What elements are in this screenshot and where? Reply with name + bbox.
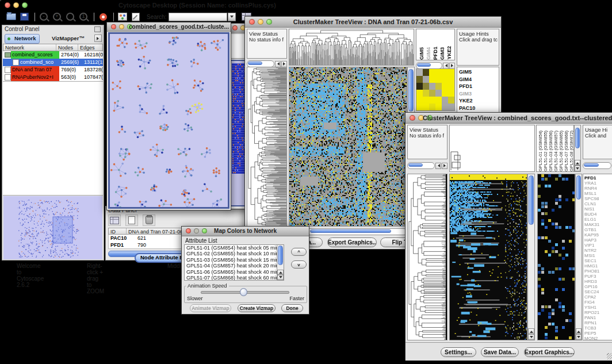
gene-label[interactable]: MSI1: [583, 253, 612, 258]
gene-label[interactable]: YSH1: [583, 305, 612, 310]
array-label[interactable]: PFD1: [433, 47, 438, 60]
tv1-button-1[interactable]: Export Graphics...: [327, 237, 377, 247]
attribute-list-item[interactable]: GPL51-04 (GSM857) heat shock 20 min: [185, 263, 277, 269]
move-up-button[interactable]: ^: [291, 248, 307, 256]
attribute-list-item[interactable]: GPL51-03 (GSM856) heat shock 15 min: [185, 257, 277, 263]
zoom-in-icon[interactable]: +: [51, 12, 63, 22]
gene-label[interactable]: HRD3: [583, 279, 612, 284]
gene-label[interactable]: PFD1: [583, 175, 612, 181]
array-label[interactable]: GPL51-01 (GSM854): [538, 131, 543, 171]
network-titlebar[interactable]: combined_scores_good.txt--cluste...: [107, 22, 231, 32]
gene-label[interactable]: SEC24: [583, 289, 612, 294]
array-label[interactable]: GPL51-08 (GSM872): [569, 131, 574, 171]
dialog-titlebar[interactable]: Map Colors to Network: [182, 227, 309, 236]
treeview1-titlebar[interactable]: ClusterMaker TreeView : DNA and Tran 07-…: [245, 17, 501, 28]
gene-label[interactable]: PHO81: [583, 269, 612, 274]
data-table-header[interactable]: ID DNA and Tran 07-21-06: [108, 228, 185, 235]
network-table-header[interactable]: Network Nodes Edges: [3, 44, 103, 51]
animate-vizmap-button[interactable]: Animate Vizmap: [190, 304, 231, 312]
network-row[interactable]: combined_sco2569(6)13112(15): [3, 59, 103, 66]
gene-label[interactable]: KAP95: [583, 232, 612, 237]
attribute-list-item[interactable]: GPL51-02 (GSM855) heat shock 10 min: [185, 251, 277, 256]
array-label[interactable]: GPL51-02 (GSM855): [543, 131, 548, 171]
array-label[interactable]: GIM3: [439, 47, 445, 60]
tv2-status-scrollbar[interactable]: [407, 162, 447, 169]
close-icon[interactable]: [5, 2, 10, 8]
minimize-icon[interactable]: [119, 24, 124, 29]
array-label[interactable]: YKE2: [446, 46, 452, 60]
network-row[interactable]: combined_scores2764(0)16218(0): [3, 51, 103, 59]
zoom-out-icon[interactable]: -: [38, 12, 49, 22]
array-label[interactable]: GIM4: [426, 47, 431, 60]
tab-vizmapper[interactable]: VizMapper™: [52, 34, 85, 43]
table-row[interactable]: PFD1790: [109, 242, 186, 248]
gene-label[interactable]: PUF3: [583, 274, 612, 279]
gene-label[interactable]: RPN1: [583, 320, 612, 325]
resize-grip[interactable]: [607, 353, 612, 359]
gene-label[interactable]: YRA1: [583, 181, 612, 186]
move-down-button[interactable]: v: [291, 260, 307, 269]
gene-label[interactable]: MON2: [583, 336, 612, 340]
close-icon[interactable]: [249, 19, 255, 25]
gene-label[interactable]: RNR4: [583, 186, 612, 191]
gene-label[interactable]: GIM4: [459, 76, 499, 83]
gene-label[interactable]: CPA2: [583, 294, 612, 300]
tab-network[interactable]: Network: [5, 34, 40, 44]
tv2-heatmap-vscrollbar[interactable]: [527, 174, 535, 340]
gene-label[interactable]: NIS1: [583, 206, 612, 212]
attribute-list-item[interactable]: GPL51-06 (GSM865) heat shock 40 min: [185, 269, 277, 275]
tv2-labels-vscrollbar[interactable]: [574, 125, 581, 172]
gene-label[interactable]: VIP1: [583, 243, 612, 248]
delete-attribute-icon[interactable]: [143, 214, 155, 226]
create-vizmap-button[interactable]: Create Vizmap: [238, 304, 276, 312]
gene-label[interactable]: BUD4: [583, 212, 612, 217]
gene-label[interactable]: RPO21: [583, 310, 612, 315]
gene-label[interactable]: GTB1: [583, 227, 612, 232]
gene-label[interactable]: PAN1: [583, 315, 612, 320]
attribute-list-item[interactable]: GPL51-01 (GSM854) heat shock 05 min: [185, 245, 277, 251]
gene-label[interactable]: CLN1: [583, 201, 612, 206]
network-palette-icon[interactable]: [117, 12, 128, 22]
tv2-zoom-heatmap[interactable]: [537, 174, 575, 340]
float-panel-icon[interactable]: [94, 26, 101, 32]
zoom-window-icon[interactable]: [202, 228, 207, 233]
gene-label[interactable]: GIM5: [459, 68, 499, 76]
minimize-icon[interactable]: [194, 228, 199, 233]
gene-label[interactable]: HMG1: [583, 263, 612, 269]
minimize-icon[interactable]: [13, 2, 19, 8]
tv2-button-1[interactable]: Save Data...: [481, 347, 519, 357]
gene-label[interactable]: SEC1: [583, 258, 612, 263]
gene-label[interactable]: GPI16: [583, 284, 612, 289]
gene-label[interactable]: PFD1: [459, 83, 499, 90]
tv2-hints-scrollbar[interactable]: [583, 162, 611, 169]
array-label[interactable]: GIM5: [419, 47, 424, 60]
search-dropdown-icon[interactable]: [228, 13, 236, 21]
gene-label[interactable]: MSL1: [583, 191, 612, 196]
gene-label[interactable]: MAK31: [583, 222, 612, 227]
gene-label[interactable]: YKE2: [459, 97, 499, 105]
gene-label[interactable]: ELG1: [583, 217, 612, 222]
attribute-area[interactable]: [3, 81, 103, 195]
table-row[interactable]: PAC10621: [109, 235, 186, 242]
tv1-array-dendrogram[interactable]: [289, 29, 414, 66]
help-icon[interactable]: [97, 12, 109, 22]
tv2-button-0[interactable]: Settings...: [441, 347, 476, 357]
gene-label[interactable]: GIM3: [459, 90, 499, 98]
slider-thumb-icon[interactable]: [240, 288, 247, 296]
save-icon[interactable]: [18, 12, 30, 22]
annotation-icon[interactable]: [130, 12, 141, 22]
tv2-array-dendrogram[interactable]: [449, 125, 535, 172]
gene-label[interactable]: NTR2: [583, 248, 612, 253]
tv2-gene-dendrogram[interactable]: [407, 174, 447, 340]
search-input[interactable]: [169, 13, 227, 21]
gene-label[interactable]: HAP3: [583, 237, 612, 243]
gene-label[interactable]: PEP5: [583, 331, 612, 336]
attribute-list-item[interactable]: GPL51-07 (GSM868) heat shock 60 min: [185, 275, 277, 280]
tv2-button-2[interactable]: Export Graphics...: [524, 347, 575, 357]
attribute-table-icon[interactable]: [108, 214, 121, 226]
gene-label[interactable]: TCB3: [583, 325, 612, 331]
open-file-icon[interactable]: [5, 12, 17, 22]
close-icon[interactable]: [232, 25, 238, 30]
zoom-window-icon[interactable]: [22, 2, 28, 8]
tv1-gene-dendrogram[interactable]: [247, 67, 287, 227]
